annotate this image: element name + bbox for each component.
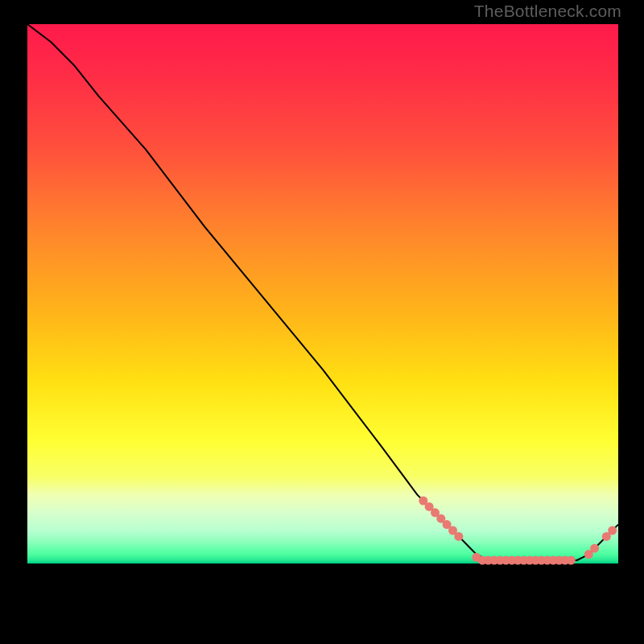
data-point (608, 526, 617, 535)
data-point (590, 544, 599, 553)
plot-area (27, 24, 618, 620)
chart-frame: TheBottleneck.com (0, 0, 644, 644)
bottleneck-curve (27, 24, 618, 560)
data-point (454, 532, 463, 541)
curve-svg (27, 24, 618, 620)
data-point (567, 556, 576, 565)
site-watermark: TheBottleneck.com (474, 2, 621, 21)
marker-group (419, 497, 617, 565)
